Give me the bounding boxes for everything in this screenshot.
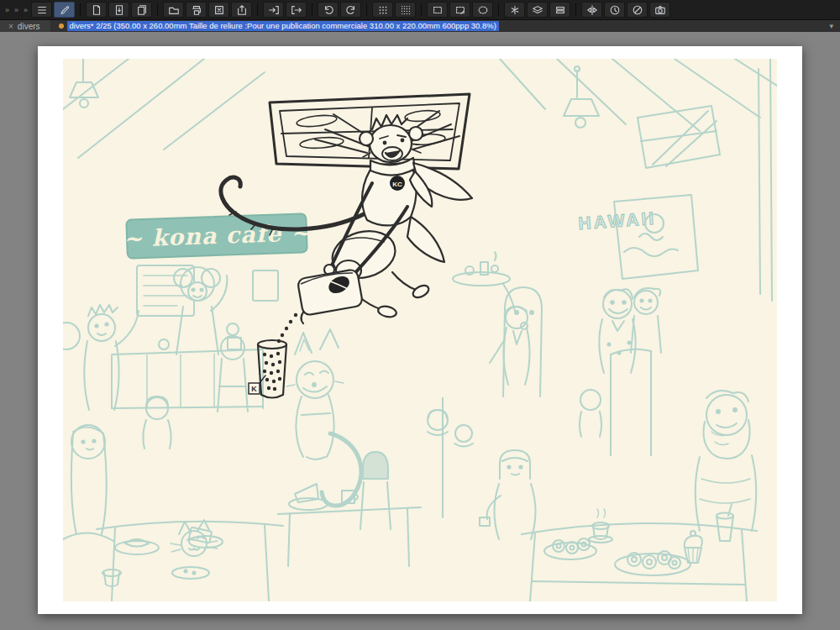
toolbar-separator [80,3,81,16]
redo-button[interactable] [340,2,361,18]
menu-board [137,265,278,316]
panel-expand-icon[interactable]: » [14,6,18,14]
pinned-tab-label: divers [18,22,40,31]
toolbar-separator [257,3,258,16]
pinned-tab-divers[interactable]: × divers [0,20,50,32]
save-page-button[interactable] [108,2,129,18]
right-table [522,504,757,601]
spreadsheet-x-icon [213,4,225,16]
door-frame [611,349,651,455]
toolbar-separator [312,3,312,16]
skylight-window-sketch [270,94,470,169]
flip-horizontal-icon [586,4,598,16]
new-page-button[interactable] [86,2,107,18]
canvas-viewport[interactable]: ~ kona cafe ~ HAWAII [0,32,840,630]
main-menu-button[interactable] [31,2,52,18]
camera-icon [654,4,666,16]
export-file-button[interactable] [286,2,307,18]
export-spreadsheet-button[interactable] [208,2,229,18]
barista-curly-hair [174,267,227,354]
artwork: ~ kona cafe ~ HAWAII [63,59,777,601]
layers-icon [532,4,543,16]
redo-icon [345,4,357,16]
filter-effects-button[interactable] [504,2,525,18]
undo-button[interactable] [318,2,339,18]
patron-hoodie [143,396,171,449]
tab-overflow-chevron-icon[interactable]: ▾ [829,22,833,30]
right-skylight-sketch [638,106,720,168]
toolbar-separator [157,3,158,16]
scarf-emblem-text: KC [392,181,402,188]
surf-poster [614,195,698,279]
patron-bob-hair [480,450,535,539]
clock-rotate-icon [609,4,621,16]
patron-dark-bob [360,452,391,529]
printer-icon [191,4,202,16]
pen-icon [59,4,71,16]
undo-icon [323,4,334,16]
hamburger-menu-icon [36,4,48,16]
export-arrow-icon [291,4,302,16]
toolbar-separator [366,3,367,16]
toolbar: » » » [0,0,840,19]
select-rectangle-button[interactable] [427,2,448,18]
restrict-editing-button[interactable] [627,2,648,18]
hanging-lamp-center [564,66,599,128]
tone-dots-dense-icon [400,4,412,16]
counter [112,338,263,408]
unsaved-indicator-icon [59,24,64,29]
patron-long-hair [63,425,113,541]
import-file-button[interactable] [263,2,284,18]
new-page-icon [91,4,102,16]
toolbar-separator [498,3,499,16]
share-up-icon [236,4,248,16]
panel-expand-icon[interactable]: » [24,6,28,14]
close-tab-icon[interactable]: × [8,22,13,31]
document-tabbar: × divers divers* 2/25 (350.00 x 260.00mm… [0,19,840,32]
artwork-area: ~ kona cafe ~ HAWAII [63,59,777,601]
layer-stack-button[interactable] [527,2,548,18]
capture-device-button[interactable] [649,2,670,18]
glass-tag-text: K [251,385,257,393]
patron-smiling [599,289,635,373]
marquee-rect-icon [432,4,444,16]
toolbar-separator [421,3,422,16]
flip-horizontal-button[interactable] [581,2,602,18]
coffee-sack [294,269,365,323]
bean-glass: K [249,340,286,398]
share-export-button[interactable] [231,2,252,18]
open-folder-icon [168,4,180,16]
sparkle-icon [509,4,521,16]
select-ellipse-button[interactable] [472,2,493,18]
save-page-icon [113,4,125,16]
import-arrow-icon [268,4,280,16]
save-all-pages-button[interactable] [131,2,152,18]
patrons-center-small [428,410,473,447]
fox-patron [286,329,361,506]
save-all-icon [136,4,148,16]
patrons-left [63,305,139,410]
marquee-ellipse-icon [477,4,489,16]
select-pen-button[interactable] [449,2,470,18]
waiter-with-tray [453,252,530,385]
no-entry-icon [632,4,643,16]
tone-dots-icon [377,4,389,16]
open-file-button[interactable] [163,2,184,18]
kona-cafe-sign: ~ kona cafe ~ [123,213,311,259]
waitress-bun [218,323,248,412]
layer-folder-button[interactable] [549,2,570,18]
panel-expand-icon[interactable]: » [5,6,9,14]
active-tab-label: divers* 2/25 (350.00 x 260.00mm Taille d… [67,21,499,31]
rotate-view-button[interactable] [604,2,625,18]
tone-pattern-button[interactable] [372,2,393,18]
toolbar-separator [575,3,576,16]
tone-pattern-dense-button[interactable] [395,2,416,18]
active-document-tab[interactable]: divers* 2/25 (350.00 x 260.00mm Taille d… [59,21,499,31]
pen-tool-button[interactable] [54,2,75,18]
patron-bearded [696,391,757,531]
layer-folder-icon [554,4,566,16]
print-button[interactable] [186,2,207,18]
falling-beans [277,313,297,343]
document-page[interactable]: ~ kona cafe ~ HAWAII [38,46,802,614]
marquee-pen-icon [454,4,466,16]
